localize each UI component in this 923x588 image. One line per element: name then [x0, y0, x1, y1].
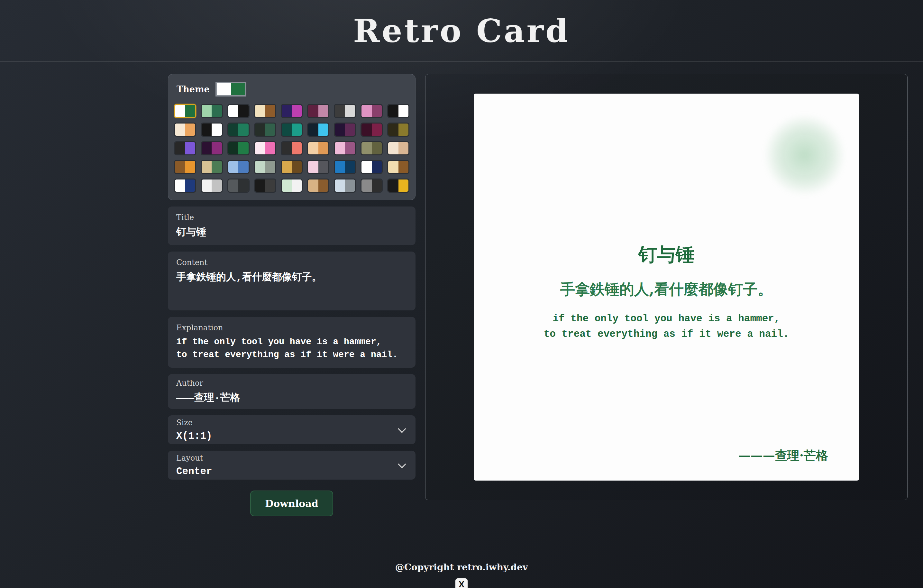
theme-swatch[interactable] [334, 179, 356, 193]
theme-swatch[interactable] [174, 104, 196, 118]
author-field: Author ———查理·芒格 [168, 374, 416, 409]
theme-current-swatch [215, 82, 246, 97]
theme-swatch[interactable] [281, 179, 303, 193]
theme-swatch[interactable] [361, 160, 383, 174]
theme-swatch[interactable] [361, 123, 383, 137]
title-field: Title 钉与锤 [168, 207, 416, 245]
preview-card: 钉与锤 手拿鉄锤的人,看什麼都像钉子。 if the only tool you… [474, 94, 859, 481]
theme-swatch[interactable] [361, 141, 383, 155]
main-area: Theme Title 钉与锤 Content 手拿鉄锤的人,看什麼都像钉子。 … [0, 62, 923, 516]
content-field: Content 手拿鉄锤的人,看什麼都像钉子。 [168, 251, 416, 310]
theme-swatch[interactable] [201, 123, 223, 137]
author-label: Author [176, 379, 407, 388]
theme-swatch[interactable] [307, 160, 329, 174]
theme-swatch[interactable] [307, 123, 329, 137]
theme-swatch[interactable] [227, 104, 250, 118]
theme-swatch[interactable] [254, 179, 276, 193]
preview-panel: 钉与锤 手拿鉄锤的人,看什麼都像钉子。 if the only tool you… [425, 74, 908, 500]
preview-text-block: 钉与锤 手拿鉄锤的人,看什麼都像钉子。 if the only tool you… [474, 94, 859, 342]
author-input[interactable]: ———查理·芒格 [176, 391, 407, 404]
theme-label: Theme [177, 84, 210, 94]
layout-value: Center [176, 466, 212, 477]
theme-swatch[interactable] [387, 179, 409, 193]
theme-swatch[interactable] [227, 160, 250, 174]
theme-swatch[interactable] [227, 123, 250, 137]
theme-swatch[interactable] [254, 160, 276, 174]
theme-swatch[interactable] [307, 104, 329, 118]
theme-swatch[interactable] [361, 104, 383, 118]
app-header: Retro Card [0, 0, 923, 62]
theme-swatch[interactable] [174, 179, 196, 193]
theme-swatch[interactable] [387, 160, 409, 174]
theme-swatch[interactable] [334, 160, 356, 174]
theme-swatch[interactable] [174, 123, 196, 137]
content-input[interactable]: 手拿鉄锤的人,看什麼都像钉子。 [176, 270, 407, 284]
copyright-text: @Copyright retro.iwhy.dev [395, 562, 528, 573]
layout-select[interactable]: Layout Center [168, 451, 416, 480]
theme-swatch[interactable] [307, 141, 329, 155]
x-logo-icon[interactable]: X [455, 578, 468, 588]
preview-author: ———查理·芒格 [738, 447, 828, 464]
preview-content: 手拿鉄锤的人,看什麼都像钉子。 [474, 279, 859, 299]
controls-panel: Theme Title 钉与锤 Content 手拿鉄锤的人,看什麼都像钉子。 … [168, 74, 416, 516]
explanation-input[interactable]: if the only tool you have is a hammer, t… [176, 335, 407, 361]
theme-current-right-color [231, 83, 245, 95]
theme-swatch[interactable] [174, 160, 196, 174]
theme-swatch[interactable] [361, 179, 383, 193]
theme-swatch[interactable] [387, 141, 409, 155]
theme-current-left-color [217, 83, 231, 95]
theme-swatch-grid [174, 104, 409, 193]
app-footer: @Copyright retro.iwhy.dev X [0, 551, 923, 588]
explanation-label: Explanation [176, 323, 407, 332]
theme-swatch[interactable] [201, 141, 223, 155]
retro-card-app: Retro Card Theme Title 钉与锤 Content 手拿鉄锤的 [0, 0, 923, 588]
theme-swatch[interactable] [387, 104, 409, 118]
theme-swatch[interactable] [334, 123, 356, 137]
preview-explanation: if the only tool you have is a hammer, t… [474, 311, 859, 342]
explanation-field: Explanation if the only tool you have is… [168, 317, 416, 368]
chevron-down-icon [398, 425, 406, 433]
theme-swatch[interactable] [281, 123, 303, 137]
size-select[interactable]: Size X(1:1) [168, 415, 416, 444]
size-label: Size [176, 418, 212, 427]
theme-swatch[interactable] [201, 104, 223, 118]
download-button[interactable]: Download [250, 491, 333, 516]
theme-swatch[interactable] [334, 104, 356, 118]
theme-swatch[interactable] [227, 141, 250, 155]
layout-label: Layout [176, 453, 212, 463]
theme-swatch[interactable] [254, 104, 276, 118]
theme-swatch[interactable] [201, 179, 223, 193]
theme-swatch[interactable] [254, 123, 276, 137]
theme-panel: Theme [168, 74, 416, 200]
theme-swatch[interactable] [201, 160, 223, 174]
theme-swatch[interactable] [174, 141, 196, 155]
theme-swatch[interactable] [334, 141, 356, 155]
size-select-text: Size X(1:1) [176, 418, 212, 442]
page-title: Retro Card [353, 12, 570, 50]
theme-swatch[interactable] [254, 141, 276, 155]
chevron-down-icon [398, 460, 406, 468]
theme-swatch[interactable] [281, 104, 303, 118]
theme-swatch[interactable] [281, 141, 303, 155]
content-label: Content [176, 258, 407, 267]
theme-swatch[interactable] [307, 179, 329, 193]
theme-swatch[interactable] [227, 179, 250, 193]
theme-swatch[interactable] [387, 123, 409, 137]
preview-title: 钉与锤 [474, 242, 859, 267]
title-label: Title [176, 213, 407, 222]
theme-header: Theme [174, 81, 409, 97]
size-value: X(1:1) [176, 430, 212, 442]
x-logo-glyph: X [458, 580, 465, 588]
title-input[interactable]: 钉与锤 [176, 225, 407, 239]
theme-swatch[interactable] [281, 160, 303, 174]
layout-select-text: Layout Center [176, 453, 212, 477]
